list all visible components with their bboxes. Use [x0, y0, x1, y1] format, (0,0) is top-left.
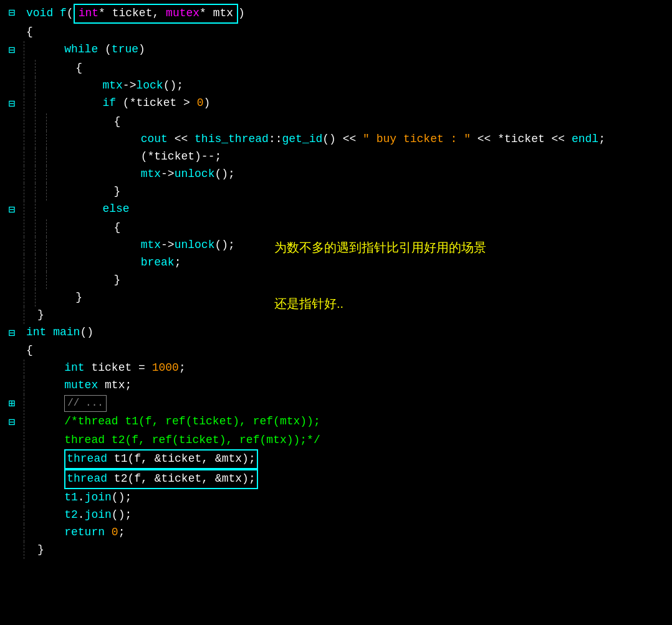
- code-line-1: ⊟ void f(int* ticket, mutex* mtx): [0, 4, 672, 24]
- code-line-31: }: [0, 542, 672, 559]
- line-content-23: // ...: [35, 394, 672, 412]
- expand-icon-23[interactable]: ⊞: [9, 396, 16, 413]
- gutter-31: [0, 542, 24, 543]
- gutter-22: [0, 377, 24, 378]
- code-line-20: {: [0, 342, 672, 360]
- code-line-8: cout << this_thread::get_id() << " buy t…: [0, 131, 672, 148]
- gutter-18: [0, 307, 24, 308]
- line-content-4: {: [46, 60, 672, 77]
- line-content-6: if (*ticket > 0): [46, 95, 672, 112]
- code-line-24: ⊟ /*thread t1(f, ref(ticket), ref(mtx));: [0, 413, 672, 432]
- gutter-20: [0, 342, 24, 343]
- gutter-25: [0, 432, 24, 433]
- collapse-icon-19[interactable]: ⊟: [9, 325, 16, 343]
- gutter-10: [0, 166, 24, 167]
- gutter-17: [0, 289, 24, 290]
- gutter-1: ⊟: [0, 4, 24, 22]
- line-content-14: mtx->unlock();: [57, 237, 672, 254]
- code-line-6: ⊟ if (*ticket > 0): [0, 95, 672, 113]
- gutter-29: [0, 507, 24, 508]
- gutter-24: ⊟: [0, 413, 24, 432]
- line-content-18: }: [35, 307, 672, 324]
- line-content-22: mutex mtx;: [35, 377, 672, 394]
- gutter-3: ⊟: [0, 41, 24, 60]
- code-line-13: {: [0, 219, 672, 237]
- gutter-6: ⊟: [0, 95, 24, 113]
- code-line-2: {: [0, 24, 672, 41]
- collapse-icon-12[interactable]: ⊟: [9, 202, 16, 219]
- code-line-16: }: [0, 272, 672, 289]
- gutter-2: [0, 24, 24, 25]
- code-line-3: ⊟ while (true): [0, 41, 672, 60]
- line-content-2: {: [24, 24, 672, 41]
- line-content-1: void f(int* ticket, mutex* mtx): [24, 4, 672, 24]
- line-content-27: thread t2(f, &ticket, &mtx);: [35, 469, 672, 489]
- gutter-8: [0, 131, 24, 132]
- gutter-14: [0, 237, 24, 238]
- gutter-30: [0, 524, 24, 525]
- gutter-15: [0, 254, 24, 255]
- code-line-29: t2.join();: [0, 507, 672, 524]
- line-content-25: thread t2(f, ref(ticket), ref(mtx));*/: [35, 432, 672, 449]
- code-line-19: ⊟ int main(): [0, 324, 672, 343]
- gutter-19: ⊟: [0, 324, 24, 343]
- line-content-15: break;: [57, 254, 672, 272]
- code-line-10: mtx->unlock();: [0, 166, 672, 183]
- line-content-3: while (true): [35, 41, 672, 59]
- line-content-29: t2.join();: [35, 507, 672, 524]
- line-content-7: {: [57, 113, 672, 131]
- line-content-10: mtx->unlock();: [57, 166, 672, 183]
- gutter-21: [0, 360, 24, 361]
- code-line-9: (*ticket)--;: [0, 148, 672, 166]
- code-line-21: int ticket = 1000;: [0, 360, 672, 377]
- line-content-5: mtx->lock();: [46, 77, 672, 95]
- code-line-30: return 0;: [0, 524, 672, 542]
- line-content-17: }: [46, 289, 672, 307]
- gutter-7: [0, 113, 24, 115]
- gutter-4: [0, 60, 24, 61]
- code-line-14: mtx->unlock();: [0, 237, 672, 254]
- code-line-17: }: [0, 289, 672, 307]
- line-content-8: cout << this_thread::get_id() << " buy t…: [57, 131, 672, 148]
- line-content-28: t1.join();: [35, 489, 672, 507]
- code-line-5: mtx->lock();: [0, 77, 672, 95]
- gutter-27: [0, 469, 24, 470]
- code-line-18: }: [0, 307, 672, 324]
- code-line-22: mutex mtx;: [0, 377, 672, 394]
- collapse-icon-24[interactable]: ⊟: [9, 414, 16, 432]
- line-content-11: }: [57, 183, 672, 201]
- gutter-12: ⊟: [0, 201, 24, 219]
- code-editor: ⊟ void f(int* ticket, mutex* mtx) { ⊟ wh…: [0, 0, 672, 625]
- code-line-28: t1.join();: [0, 489, 672, 507]
- collapse-icon-1[interactable]: ⊟: [9, 5, 16, 22]
- line-content-9: (*ticket)--;: [57, 148, 672, 166]
- code-line-11: }: [0, 183, 672, 201]
- gutter-16: [0, 272, 24, 273]
- line-content-31: }: [35, 542, 672, 559]
- code-line-23: ⊞ // ...: [0, 394, 672, 413]
- code-line-12: ⊟ else 为数不多的遇到指针比引用好用的场景 还是指针好..: [0, 201, 672, 219]
- gutter-26: [0, 449, 24, 451]
- collapse-icon-3[interactable]: ⊟: [9, 42, 16, 60]
- line-content-21: int ticket = 1000;: [35, 360, 672, 377]
- code-line-25: thread t2(f, ref(ticket), ref(mtx));*/: [0, 432, 672, 449]
- gutter-5: [0, 77, 24, 79]
- collapsed-block[interactable]: // ...: [64, 395, 107, 412]
- gutter-11: [0, 183, 24, 184]
- collapse-icon-6[interactable]: ⊟: [9, 96, 16, 113]
- code-line-7: {: [0, 113, 672, 131]
- gutter-23: ⊞: [0, 394, 24, 413]
- line-content-26: thread t1(f, &ticket, &mtx);: [35, 449, 672, 469]
- line-content-13: {: [57, 219, 672, 237]
- code-line-26: thread t1(f, &ticket, &mtx);: [0, 449, 672, 469]
- gutter-28: [0, 489, 24, 490]
- code-line-15: break;: [0, 254, 672, 272]
- gutter-13: [0, 219, 24, 221]
- code-line-27: thread t2(f, &ticket, &mtx);: [0, 469, 672, 489]
- line-content-19: int main(): [24, 324, 672, 341]
- line-content-16: }: [57, 272, 672, 289]
- line-content-20: {: [24, 342, 672, 360]
- gutter-9: [0, 148, 24, 150]
- line-content-30: return 0;: [35, 524, 672, 542]
- line-content-24: /*thread t1(f, ref(ticket), ref(mtx));: [35, 413, 672, 431]
